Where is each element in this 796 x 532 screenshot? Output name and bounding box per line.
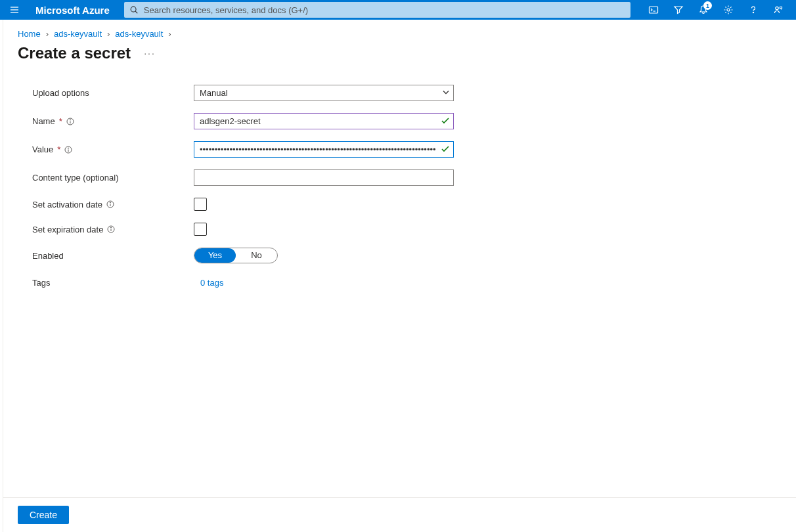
- name-input-wrap: [194, 113, 454, 129]
- help-button[interactable]: [741, 0, 766, 20]
- name-input[interactable]: [194, 113, 454, 129]
- gear-icon: [723, 5, 734, 15]
- activation-date-checkbox[interactable]: [194, 198, 207, 211]
- chevron-right-icon: ›: [107, 29, 110, 39]
- expiration-date-checkbox[interactable]: [194, 223, 207, 236]
- enabled-label: Enabled: [32, 251, 194, 261]
- value-input-wrap: [194, 141, 454, 158]
- info-icon[interactable]: [66, 118, 74, 125]
- global-header: Microsoft Azure 1: [0, 0, 796, 20]
- settings-button[interactable]: [716, 0, 741, 20]
- chevron-right-icon: ›: [168, 29, 171, 39]
- breadcrumb-home[interactable]: Home: [18, 29, 41, 39]
- more-actions-button[interactable]: ···: [144, 48, 156, 58]
- breadcrumb-keyvault-1[interactable]: ads-keyvault: [54, 29, 102, 39]
- value-label: Value*: [32, 144, 194, 154]
- breadcrumb-keyvault-2[interactable]: ads-keyvault: [115, 29, 163, 39]
- chevron-down-icon: [442, 88, 450, 98]
- svg-line-4: [135, 11, 137, 13]
- enabled-yes[interactable]: Yes: [194, 248, 236, 263]
- feedback-button[interactable]: [766, 0, 791, 20]
- tags-link[interactable]: 0 tags: [194, 278, 223, 288]
- tags-label: Tags: [32, 278, 194, 288]
- info-icon[interactable]: [106, 200, 114, 208]
- activation-date-label: Set activation date: [32, 200, 194, 210]
- page-title: Create a secret: [18, 44, 131, 62]
- header-actions: 1: [630, 0, 791, 20]
- search-icon: [129, 5, 139, 14]
- create-secret-form: Upload options Manual Name*: [3, 73, 796, 493]
- help-icon: [748, 5, 759, 15]
- brand-label: Microsoft Azure: [24, 5, 124, 16]
- svg-point-9: [776, 7, 778, 9]
- svg-rect-5: [650, 7, 658, 13]
- name-label: Name*: [32, 116, 194, 126]
- content-type-input[interactable]: [194, 169, 454, 186]
- notification-badge: 1: [703, 1, 712, 10]
- enabled-toggle[interactable]: Yes No: [194, 248, 278, 263]
- content-type-label: Content type (optional): [32, 173, 194, 183]
- filter-icon: [673, 5, 684, 15]
- upload-options-label: Upload options: [32, 88, 194, 98]
- global-search[interactable]: [124, 2, 630, 18]
- value-input[interactable]: [194, 141, 454, 158]
- svg-point-7: [727, 9, 730, 11]
- hamburger-menu-button[interactable]: [5, 5, 24, 15]
- info-icon[interactable]: [107, 225, 115, 233]
- cloud-shell-button[interactable]: [641, 0, 666, 20]
- hamburger-icon: [9, 5, 20, 15]
- svg-point-21: [111, 227, 112, 228]
- svg-point-15: [68, 147, 69, 148]
- info-icon[interactable]: [64, 146, 72, 154]
- notifications-button[interactable]: 1: [691, 0, 716, 20]
- svg-point-12: [70, 119, 70, 120]
- valid-check-icon: [441, 144, 450, 155]
- svg-point-18: [110, 202, 110, 203]
- create-button[interactable]: Create: [18, 506, 69, 524]
- expiration-date-label: Set expiration date: [32, 225, 194, 234]
- page-shell: Home › ads-keyvault › ads-keyvault › Cre…: [3, 20, 796, 532]
- chevron-right-icon: ›: [46, 29, 49, 39]
- page-footer: Create: [3, 497, 796, 532]
- global-search-input[interactable]: [143, 5, 625, 16]
- directory-filter-button[interactable]: [666, 0, 691, 20]
- person-feedback-icon: [773, 5, 784, 15]
- page-header: Create a secret ···: [3, 40, 796, 73]
- valid-check-icon: [441, 116, 450, 127]
- svg-point-3: [131, 7, 136, 12]
- enabled-no[interactable]: No: [236, 248, 277, 263]
- cloud-shell-icon: [648, 5, 659, 15]
- upload-options-select[interactable]: Manual: [194, 85, 454, 101]
- svg-point-8: [753, 12, 753, 12]
- breadcrumb: Home › ads-keyvault › ads-keyvault ›: [3, 20, 796, 40]
